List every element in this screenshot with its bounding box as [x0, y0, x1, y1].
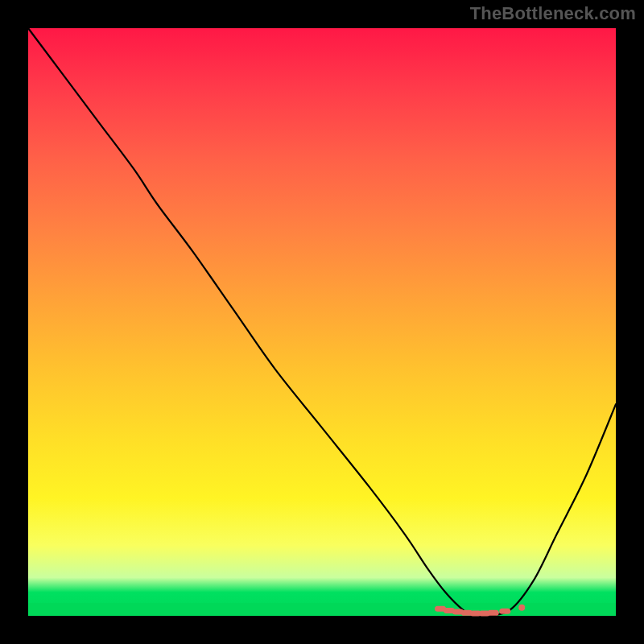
chart-stage: TheBottleneck.com [0, 0, 644, 644]
valley-dash [488, 610, 499, 616]
valley-marker-group [435, 605, 525, 617]
valley-dash [499, 609, 510, 614]
plot-area [28, 28, 616, 616]
chart-svg [28, 28, 616, 616]
watermark-text: TheBottleneck.com [470, 3, 636, 24]
bottleneck-curve [28, 28, 616, 617]
valley-dot [518, 605, 525, 611]
